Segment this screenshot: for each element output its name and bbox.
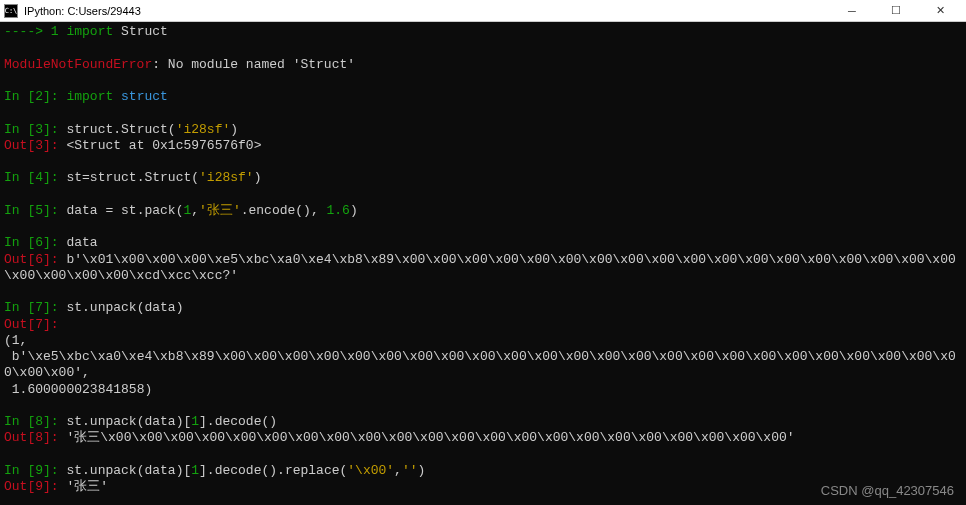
- in-3: In [3]: struct.Struct('i28sf'): [4, 122, 962, 138]
- out-6: Out[6]: b'\x01\x00\x00\x00\xe5\xbc\xa0\x…: [4, 252, 962, 285]
- in-9: In [9]: st.unpack(data)[1].decode().repl…: [4, 463, 962, 479]
- maximize-button[interactable]: ☐: [874, 0, 918, 22]
- minimize-button[interactable]: ─: [830, 0, 874, 22]
- window-title: IPython: C:Users/29443: [24, 5, 830, 17]
- out-9: Out[9]: '张三': [4, 479, 962, 495]
- out-7-tuple-3: 1.600000023841858): [4, 382, 962, 398]
- terminal-body[interactable]: ----> 1 import Struct ModuleNotFoundErro…: [0, 22, 966, 505]
- terminal-icon: C:\: [4, 4, 18, 18]
- out-8: Out[8]: '张三\x00\x00\x00\x00\x00\x00\x00\…: [4, 430, 962, 446]
- window-controls: ─ ☐ ✕: [830, 0, 962, 22]
- out-3: Out[3]: <Struct at 0x1c5976576f0>: [4, 138, 962, 154]
- watermark: CSDN @qq_42307546: [821, 483, 954, 499]
- error-line: ModuleNotFoundError: No module named 'St…: [4, 57, 962, 73]
- in-2: In [2]: import struct: [4, 89, 962, 105]
- traceback-arrow-line: ----> 1 import Struct: [4, 24, 962, 40]
- close-button[interactable]: ✕: [918, 0, 962, 22]
- in-8: In [8]: st.unpack(data)[1].decode(): [4, 414, 962, 430]
- in-7: In [7]: st.unpack(data): [4, 300, 962, 316]
- titlebar: C:\ IPython: C:Users/29443 ─ ☐ ✕: [0, 0, 966, 22]
- out-7-tuple-2: b'\xe5\xbc\xa0\xe4\xb8\x89\x00\x00\x00\x…: [4, 349, 962, 382]
- out-7: Out[7]:: [4, 317, 962, 333]
- in-6: In [6]: data: [4, 235, 962, 251]
- in-4: In [4]: st=struct.Struct('i28sf'): [4, 170, 962, 186]
- in-5: In [5]: data = st.pack(1,'张三'.encode(), …: [4, 203, 962, 219]
- out-7-tuple-1: (1,: [4, 333, 962, 349]
